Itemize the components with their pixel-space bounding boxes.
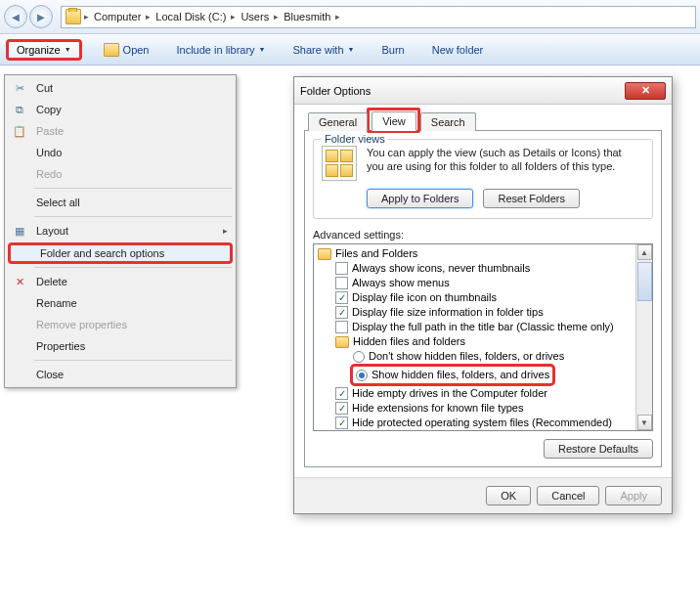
checkbox[interactable] bbox=[335, 321, 348, 333]
scroll-thumb[interactable] bbox=[637, 262, 652, 301]
tree-item[interactable]: Hide empty drives in the Computer folder bbox=[316, 386, 634, 401]
folder-icon bbox=[335, 336, 349, 348]
highlight: Show hidden files, folders, and drives bbox=[350, 364, 555, 386]
close-button[interactable]: ✕ bbox=[625, 82, 666, 100]
menu-cut[interactable]: ✂Cut bbox=[7, 77, 234, 99]
group-legend: Folder views bbox=[322, 133, 388, 145]
paste-icon: 📋 bbox=[11, 125, 28, 138]
chevron-right-icon: ▸ bbox=[223, 226, 228, 236]
menu-paste: 📋Paste bbox=[7, 120, 234, 142]
menu-redo: Redo bbox=[7, 163, 234, 185]
menu-copy[interactable]: ⧉Copy bbox=[7, 99, 234, 120]
checkbox[interactable] bbox=[335, 306, 348, 319]
burn-button[interactable]: Burn bbox=[375, 41, 410, 59]
back-button[interactable]: ◄ bbox=[4, 5, 27, 28]
breadcrumb-seg[interactable]: Users bbox=[239, 11, 271, 22]
advanced-settings-tree[interactable]: Files and Folders Always show icons, nev… bbox=[313, 243, 653, 431]
menu-select-all[interactable]: Select all bbox=[7, 192, 234, 213]
tree-item[interactable]: Display file size information in folder … bbox=[316, 305, 634, 320]
folder-options-dialog: Folder Options ✕ General View Search Fol… bbox=[293, 76, 673, 514]
cancel-button[interactable]: Cancel bbox=[537, 486, 599, 505]
chevron-down-icon: ▼ bbox=[65, 46, 71, 53]
command-bar: Organize ▼ Open Include in library ▼ Sha… bbox=[0, 34, 700, 66]
scissors-icon: ✂ bbox=[11, 82, 28, 95]
address-bar: ◄ ► ▸ Computer ▸ Local Disk (C:) ▸ Users… bbox=[0, 0, 700, 34]
apply-to-folders-button[interactable]: Apply to Folders bbox=[367, 189, 473, 208]
forward-button[interactable]: ► bbox=[29, 5, 53, 28]
restore-defaults-button[interactable]: Restore Defaults bbox=[544, 439, 653, 459]
folder-views-text: You can apply the view (such as Details … bbox=[367, 146, 644, 181]
chevron-right-icon: ▸ bbox=[274, 12, 279, 22]
tree-item[interactable]: Display the full path in the title bar (… bbox=[316, 320, 634, 334]
tree-item[interactable]: Show hidden files, folders, and drives bbox=[316, 364, 634, 386]
scroll-up-button[interactable]: ▲ bbox=[637, 244, 652, 260]
menu-undo[interactable]: Undo bbox=[7, 142, 234, 163]
breadcrumb-seg[interactable]: Computer bbox=[92, 11, 143, 22]
folder-views-group: Folder views You can apply the view (suc… bbox=[313, 139, 653, 219]
tab-general[interactable]: General bbox=[308, 112, 368, 131]
open-button[interactable]: Open bbox=[98, 40, 155, 60]
scrollbar[interactable]: ▲ ▼ bbox=[635, 244, 652, 430]
organize-label: Organize bbox=[17, 44, 61, 56]
layout-icon: ▦ bbox=[11, 225, 28, 238]
dialog-footer: OK Cancel Apply bbox=[294, 477, 672, 513]
checkbox[interactable] bbox=[335, 387, 348, 400]
breadcrumb-seg[interactable]: Bluesmith bbox=[282, 11, 332, 22]
chevron-down-icon: ▼ bbox=[259, 46, 266, 53]
checkbox[interactable] bbox=[335, 277, 348, 289]
radio[interactable] bbox=[353, 351, 365, 363]
chevron-down-icon: ▼ bbox=[348, 46, 355, 53]
tree-item[interactable]: Hide extensions for known file types bbox=[316, 401, 634, 416]
ok-button[interactable]: OK bbox=[486, 486, 531, 505]
breadcrumb-seg[interactable]: Local Disk (C:) bbox=[153, 11, 228, 22]
include-library-button[interactable]: Include in library ▼ bbox=[171, 41, 272, 59]
tree-group: Files and Folders bbox=[316, 246, 634, 261]
tree-item[interactable]: Don't show hidden files, folders, or dri… bbox=[316, 349, 634, 364]
dialog-title-bar[interactable]: Folder Options ✕ bbox=[294, 77, 672, 105]
radio[interactable] bbox=[356, 370, 368, 381]
tab-strip: General View Search bbox=[308, 110, 662, 130]
share-with-button[interactable]: Share with ▼ bbox=[287, 41, 361, 59]
delete-icon: ✕ bbox=[11, 276, 28, 288]
tree-item[interactable]: Display file icon on thumbnails bbox=[316, 290, 634, 305]
separator bbox=[34, 216, 232, 217]
advanced-settings-label: Advanced settings: bbox=[313, 229, 653, 241]
separator bbox=[34, 360, 232, 361]
tab-view[interactable]: View bbox=[372, 111, 416, 131]
menu-folder-options[interactable]: Folder and search options bbox=[8, 242, 233, 264]
folder-open-icon bbox=[104, 43, 119, 57]
tree-item[interactable]: Always show menus bbox=[316, 276, 634, 290]
reset-folders-button[interactable]: Reset Folders bbox=[483, 189, 579, 208]
tree-item[interactable]: Hide protected operating system files (R… bbox=[316, 416, 634, 430]
scroll-down-button[interactable]: ▼ bbox=[637, 415, 652, 430]
organize-menu: ✂Cut ⧉Copy 📋Paste Undo Redo Select all ▦… bbox=[4, 74, 237, 388]
menu-delete[interactable]: ✕Delete bbox=[7, 271, 234, 292]
menu-close[interactable]: Close bbox=[7, 364, 234, 385]
organize-button[interactable]: Organize ▼ bbox=[6, 39, 82, 61]
folder-icon bbox=[66, 9, 81, 24]
checkbox[interactable] bbox=[335, 262, 348, 275]
tree-group: Hidden files and folders bbox=[316, 334, 634, 349]
highlight: View bbox=[367, 108, 420, 133]
menu-layout[interactable]: ▦Layout▸ bbox=[7, 220, 234, 241]
breadcrumb[interactable]: ▸ Computer ▸ Local Disk (C:) ▸ Users ▸ B… bbox=[61, 6, 696, 28]
chevron-right-icon: ▸ bbox=[231, 12, 236, 22]
checkbox[interactable] bbox=[335, 291, 348, 304]
apply-button[interactable]: Apply bbox=[605, 486, 662, 505]
menu-properties[interactable]: Properties bbox=[7, 335, 234, 357]
tree-item[interactable]: Always show icons, never thumbnails bbox=[316, 261, 634, 276]
chevron-right-icon: ▸ bbox=[335, 12, 340, 22]
chevron-right-icon: ▸ bbox=[146, 12, 151, 22]
separator bbox=[34, 188, 232, 189]
scroll-track[interactable] bbox=[637, 260, 652, 415]
tab-search[interactable]: Search bbox=[420, 112, 476, 131]
copy-icon: ⧉ bbox=[11, 104, 28, 116]
separator bbox=[34, 267, 232, 268]
checkbox[interactable] bbox=[335, 417, 348, 429]
dialog-title: Folder Options bbox=[300, 85, 371, 97]
menu-rename[interactable]: Rename bbox=[7, 292, 234, 314]
chevron-right-icon: ▸ bbox=[84, 12, 89, 22]
new-folder-button[interactable]: New folder bbox=[426, 41, 490, 59]
menu-remove-properties: Remove properties bbox=[7, 314, 234, 335]
checkbox[interactable] bbox=[335, 402, 348, 415]
